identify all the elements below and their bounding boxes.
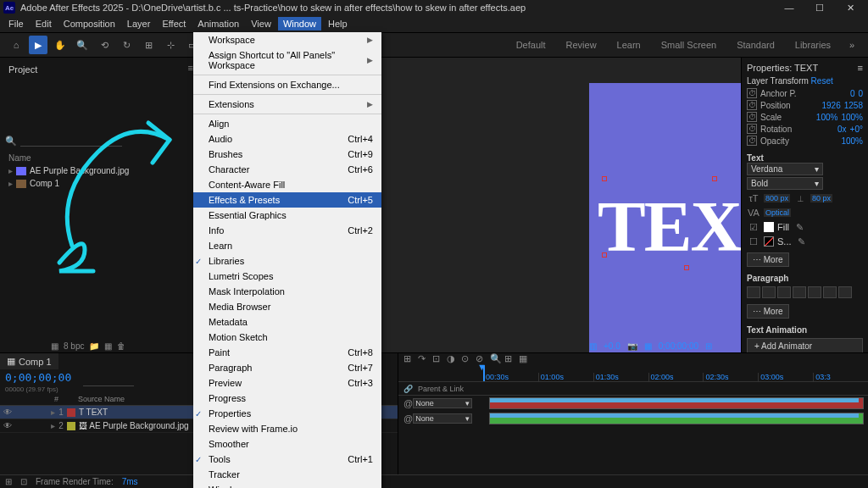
parent-link-header[interactable]: Parent & Link	[418, 385, 464, 393]
project-item[interactable]: ▸AE Purple Background.jpg	[5, 164, 193, 177]
menu-item[interactable]: CharacterCtrl+6	[193, 162, 381, 177]
menu-item[interactable]: PreviewCtrl+3	[193, 375, 381, 391]
menu-item[interactable]: BrushesCtrl+9	[193, 147, 381, 162]
menu-item[interactable]: Wiggler	[193, 482, 381, 488]
view-options-icon[interactable]: ⊞	[705, 341, 712, 351]
toggle-switches-icon[interactable]: ⊡	[20, 477, 27, 486]
ruler-tick[interactable]: 03:00s	[758, 373, 813, 381]
menu-item[interactable]: Metadata	[193, 314, 381, 330]
menu-composition[interactable]: Composition	[58, 17, 120, 30]
align-right-button[interactable]	[777, 286, 791, 298]
project-column-name[interactable]: Name	[5, 152, 193, 164]
menu-item[interactable]: Essential Graphics	[193, 208, 381, 223]
menu-item[interactable]: Smoother	[193, 436, 381, 452]
transform-handle[interactable]	[712, 176, 717, 181]
menu-item[interactable]: ✓ToolsCtrl+1	[193, 452, 381, 467]
menu-item[interactable]: ✓Libraries	[193, 253, 381, 269]
ruler-tick[interactable]: 01:30s	[593, 373, 648, 381]
fill-swatch[interactable]	[764, 222, 774, 232]
menu-file[interactable]: File	[3, 17, 29, 30]
fill-check[interactable]: ☑	[747, 221, 760, 233]
home-icon[interactable]: ⌂	[7, 36, 25, 54]
bpc-label[interactable]: 8 bpc	[64, 341, 84, 351]
justify-right-button[interactable]	[823, 286, 837, 298]
maximize-button[interactable]: ☐	[805, 0, 834, 15]
snapshot-icon[interactable]: 📷	[627, 341, 637, 351]
timeline-search[interactable]	[83, 376, 134, 386]
menu-item[interactable]: Lumetri Scopes	[193, 269, 381, 284]
menu-item[interactable]: Progress	[193, 391, 381, 406]
magnification-icon[interactable]: ▥	[589, 341, 597, 351]
stroke-swatch[interactable]	[764, 236, 774, 247]
visibility-toggle[interactable]: 👁	[3, 408, 15, 417]
menu-view[interactable]: View	[246, 17, 276, 30]
orbit-tool[interactable]: ⟲	[95, 36, 114, 54]
menu-item[interactable]: InfoCtrl+2	[193, 223, 381, 238]
composition-viewer[interactable]: TEXT	[589, 83, 741, 352]
align-center-button[interactable]	[762, 286, 776, 298]
menu-item[interactable]: AudioCtrl+4	[193, 131, 381, 147]
workspace-tab[interactable]: Small Screen	[653, 36, 725, 53]
project-search[interactable]	[20, 136, 122, 147]
ruler-tick[interactable]: 03:3	[813, 373, 868, 381]
menu-item[interactable]: Align	[193, 116, 381, 131]
tl-icon[interactable]: ↷	[418, 353, 430, 365]
workspace-tab[interactable]: Review	[558, 36, 605, 53]
workspace-tab[interactable]: Standard	[728, 36, 783, 53]
anchor-tool[interactable]: ⊹	[161, 36, 180, 54]
tl-icon[interactable]: ⊞	[403, 353, 415, 365]
tl-icon[interactable]: ⊙	[461, 353, 473, 365]
menu-effect[interactable]: Effect	[157, 17, 191, 30]
trash-icon[interactable]: 🗑	[117, 341, 125, 351]
render-settings-icon[interactable]: ▦	[51, 341, 58, 351]
menu-item[interactable]: Content-Aware Fill	[193, 177, 381, 192]
pickwhip-icon[interactable]: @	[403, 413, 413, 424]
magnification-value[interactable]: +0.0	[604, 341, 620, 351]
tl-icon[interactable]: ⊞	[504, 353, 516, 365]
fill-picker-icon[interactable]: ✎	[793, 221, 806, 233]
viewer-time[interactable]: 0;00;00;00	[659, 341, 698, 351]
ruler-tick[interactable]: 01:00s	[538, 373, 593, 381]
timeline-tab[interactable]: ▦Comp 1	[0, 353, 58, 369]
more-text-button[interactable]: ⋯ More	[747, 252, 789, 267]
workspace-tab[interactable]: Learn	[609, 36, 649, 53]
menu-item[interactable]: Find Extensions on Exchange...	[193, 77, 381, 92]
zoom-tool[interactable]: 🔍	[73, 36, 92, 54]
stopwatch-icon[interactable]: ⏱	[747, 100, 757, 110]
hand-tool[interactable]: ✋	[51, 36, 70, 54]
menu-item[interactable]: Extensions▶	[193, 97, 381, 112]
minimize-button[interactable]: —	[775, 0, 804, 15]
link-icon[interactable]: 🔗	[403, 385, 413, 393]
pickwhip-icon[interactable]: @	[403, 398, 413, 408]
project-item[interactable]: ▸Comp 1	[5, 177, 193, 190]
menu-layer[interactable]: Layer	[122, 17, 156, 30]
justify-all-button[interactable]	[838, 286, 852, 298]
project-tab[interactable]: Project	[5, 63, 41, 76]
selection-tool[interactable]: ▶	[29, 36, 47, 54]
channel-icon[interactable]: ▦	[644, 341, 652, 351]
stopwatch-icon[interactable]: ⏱	[747, 88, 757, 98]
anchor-handle[interactable]	[684, 265, 689, 270]
parent-dropdown[interactable]: None▾	[413, 398, 472, 408]
menu-item[interactable]: ParagraphCtrl+7	[193, 360, 381, 375]
current-time[interactable]: 0;00;00;00	[0, 369, 76, 385]
font-dropdown[interactable]: Verdana▾	[747, 163, 823, 175]
more-para-button[interactable]: ⋯ More	[747, 304, 789, 319]
text-layer[interactable]: TEXT	[598, 185, 741, 268]
camera-tool[interactable]: ⊞	[139, 36, 158, 54]
playhead-icon[interactable]: ▼	[477, 362, 487, 372]
stopwatch-icon[interactable]: ⏱	[747, 112, 757, 122]
tl-icon[interactable]: 🔍	[490, 353, 502, 365]
new-comp-icon[interactable]: ▦	[104, 341, 112, 351]
rotate-tool[interactable]: ↻	[117, 36, 136, 54]
ruler-tick[interactable]: 00:30s	[483, 373, 538, 381]
layer-num-header[interactable]: #	[54, 395, 66, 403]
panel-menu-icon[interactable]: ≡	[858, 63, 863, 73]
menu-item[interactable]: Workspace▶	[193, 32, 381, 47]
menu-item[interactable]: ✓Properties	[193, 406, 381, 421]
ruler-tick[interactable]: 02:00s	[648, 373, 704, 381]
tl-icon[interactable]: ⊡	[432, 353, 444, 365]
menu-item[interactable]: Learn	[193, 238, 381, 253]
workspace-tab[interactable]: Libraries	[787, 36, 839, 53]
tl-icon[interactable]: ◑	[447, 353, 459, 365]
